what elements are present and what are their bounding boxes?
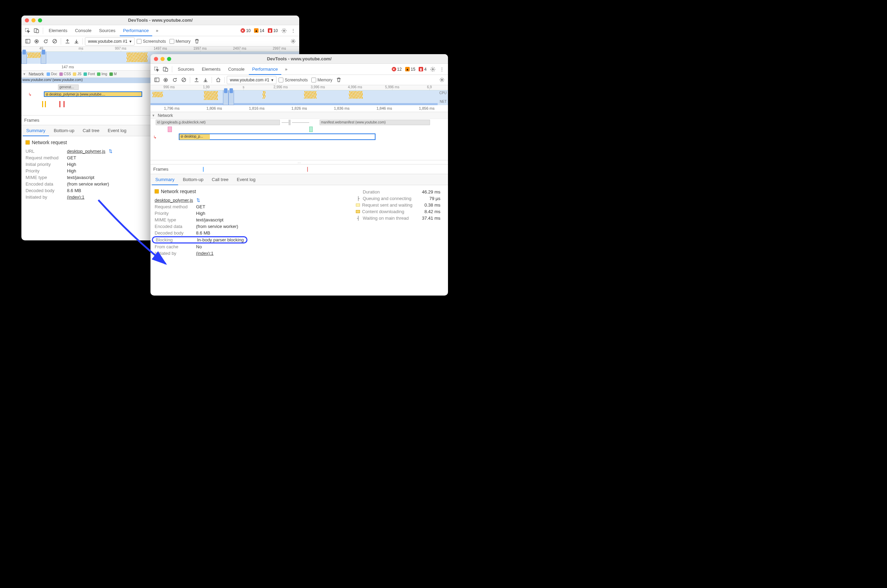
reload-icon[interactable] [170,76,179,84]
svg-point-10 [292,41,294,42]
devtools-window-right: DevTools - www.youtube.com/ Sources Elem… [150,54,448,296]
tab-performance[interactable]: Performance [120,25,152,36]
error-count[interactable]: ✕10 [239,28,252,33]
more-tabs-icon[interactable]: » [282,65,290,74]
resource-type-icon [155,189,159,194]
close-icon[interactable] [154,57,158,61]
window-controls [154,57,171,61]
trash-icon[interactable] [192,37,201,45]
warning-count[interactable]: ▲14 [253,28,265,33]
subtab-eventlog[interactable]: Event log [233,174,259,185]
inspect-icon[interactable] [24,27,32,35]
profile-select[interactable]: www.youtube.com #1▾ [85,37,135,45]
trash-icon[interactable] [334,76,343,84]
upload-icon[interactable] [192,76,200,84]
gear-icon[interactable] [289,37,297,45]
link-icon: ⇅ [109,148,113,154]
request-bar[interactable] [168,127,172,132]
home-icon[interactable] [214,76,222,84]
device-icon[interactable] [161,65,170,74]
overview-handle-right[interactable] [41,52,46,64]
request-bar[interactable]: id (googleads.g.doubleclick.net) [156,120,280,125]
gear-icon[interactable] [437,76,446,84]
error-count[interactable]: ✕12 [390,67,403,72]
issue-count[interactable]: ▮4 [417,67,428,72]
request-bar[interactable]: generat... [58,84,79,90]
tab-elements[interactable]: Elements [198,64,224,75]
inspect-icon[interactable] [153,65,161,74]
record-icon[interactable] [161,76,170,84]
svg-point-21 [441,80,442,81]
minimize-icon[interactable] [32,18,36,22]
perf-toolbar: www.youtube.com #1▾ Screenshots Memory [21,36,299,46]
upload-icon[interactable] [63,37,71,45]
selected-request-bar[interactable]: ⊘ desktop_p... [179,134,210,140]
frames-strip[interactable]: Frames [150,165,448,174]
legend: Doc CSS JS Font Img M [47,72,117,76]
more-tabs-icon[interactable]: » [153,27,161,35]
window-title: DevTools - www.youtube.com/ [128,18,192,23]
subtab-summary[interactable]: Summary [23,125,49,136]
summary-details: Network request desktop_polymer.js ⇅ Req… [150,185,448,260]
svg-point-18 [165,79,167,81]
overview-handle-right[interactable] [229,90,234,105]
download-icon[interactable] [72,37,80,45]
overview-handle-left[interactable] [223,90,229,105]
kv-url: desktop_polymer.js ⇅ [155,197,248,204]
gear-icon[interactable] [428,65,437,74]
close-icon[interactable] [25,18,29,22]
subtab-bottomup[interactable]: Bottom-up [179,174,207,185]
clear-icon[interactable] [50,37,59,45]
subtab-eventlog[interactable]: Event log [104,125,130,136]
screenshots-checkbox[interactable]: Screenshots [135,39,167,44]
network-track-header[interactable]: ▼ Network [150,112,448,119]
tab-sources[interactable]: Sources [96,25,119,36]
clear-icon[interactable] [179,76,188,84]
subtab-bottomup[interactable]: Bottom-up [50,125,78,136]
timing-breakdown: Duration46.29 ms ├Queuing and connecting… [356,189,440,256]
lane-gutter[interactable]: … [150,160,448,165]
kebab-icon[interactable]: ⋮ [437,65,446,74]
record-icon[interactable] [32,37,41,45]
kv-encoded: Encoded data(from service worker) [155,223,248,230]
kv-mime: MIME typetext/javascript [26,174,113,181]
panel-toggle-icon[interactable] [153,76,161,84]
panel-toggle-icon[interactable] [24,37,32,45]
kebab-icon[interactable]: ⋮ [289,27,297,35]
selected-request-bar[interactable]: ⊘ desktop_polymer.js (www.youtube.... [44,92,142,97]
download-icon[interactable] [201,76,209,84]
zoom-icon[interactable] [38,18,42,22]
overview-strip[interactable]: 996 ms 1,99 s 2,996 ms 3,996 ms 4,996 ms… [150,85,448,105]
network-lanes[interactable]: id (googleads.g.doubleclick.net) manifes… [150,119,448,160]
timeline-ruler: 1,796 ms 1,806 ms 1,816 ms 1,826 ms 1,83… [150,105,448,112]
overview-handle-left[interactable] [21,52,27,64]
request-bar[interactable]: manifest.webmanifest (www.youtube.com) [320,120,430,125]
issue-count[interactable]: ▮10 [266,28,279,33]
reload-icon[interactable] [41,37,50,45]
gear-icon[interactable] [280,27,288,35]
device-icon[interactable] [32,27,41,35]
tab-console[interactable]: Console [225,64,248,75]
tab-performance[interactable]: Performance [249,64,281,75]
chevron-down-icon: ▾ [129,39,131,44]
request-bar[interactable] [309,127,313,132]
tab-sources[interactable]: Sources [174,64,198,75]
subtab-calltree[interactable]: Call tree [209,174,232,185]
screenshots-checkbox[interactable]: Screenshots [277,78,309,82]
subtab-summary[interactable]: Summary [152,174,178,185]
profile-select[interactable]: www.youtube.com #1▾ [227,76,277,84]
subtab-calltree[interactable]: Call tree [80,125,103,136]
warning-count[interactable]: ▲15 [404,67,416,72]
link-icon: ⇅ [196,198,200,203]
zoom-icon[interactable] [167,57,171,61]
svg-rect-15 [155,78,159,82]
kv-mime: MIME typetext/javascript [155,217,248,223]
tab-elements[interactable]: Elements [45,25,71,36]
tab-console[interactable]: Console [71,25,95,36]
kv-cache: From cacheNo [155,243,248,250]
memory-checkbox[interactable]: Memory [310,78,334,82]
window-title: DevTools - www.youtube.com/ [267,56,331,62]
kv-decoded: Decoded body8.6 MB [26,187,113,194]
memory-checkbox[interactable]: Memory [168,39,192,44]
minimize-icon[interactable] [161,57,165,61]
